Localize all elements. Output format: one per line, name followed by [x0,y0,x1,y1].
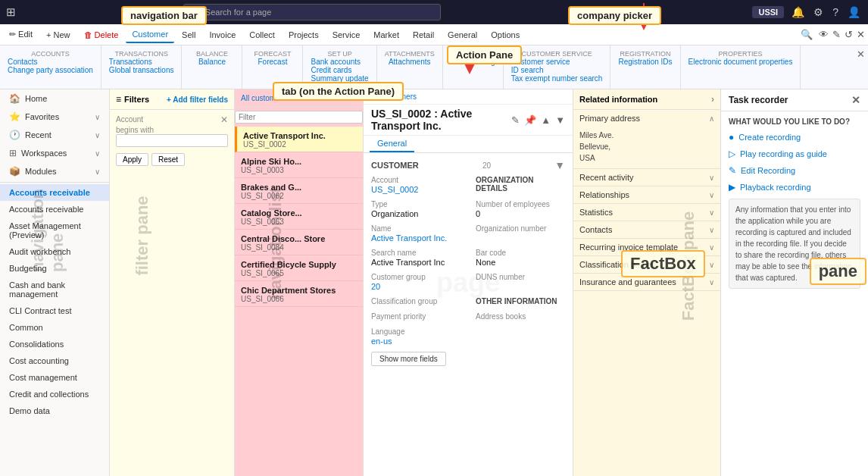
ap-send-catalog-link[interactable]: Send catalog [451,58,495,66]
menu-general[interactable]: General [442,27,483,42]
menu-options[interactable]: Options [485,27,526,42]
menu-new[interactable]: + New [40,27,76,42]
nav-list-item-4[interactable]: Central Disco... Store US_SI_0084 [235,230,363,255]
ap-change-party-link[interactable]: Change party association [8,66,93,74]
nav-list-item-0[interactable]: Active Transport Inc. US_SI_0002 [235,127,363,152]
factbox-insurance-header[interactable]: Insurance and guarantees ∨ [573,274,720,290]
page-pin-icon[interactable]: 📌 [524,114,536,126]
nav-item-audit-workbench[interactable]: Audit workbench [0,243,109,260]
nav-item-cash-bank[interactable]: Cash and bank management [0,277,109,302]
tr-edit-recording-link[interactable]: ✎ Edit Recording [729,165,860,176]
menu-collect[interactable]: Collect [243,27,281,42]
factbox-expand-icon[interactable]: › [711,94,714,105]
ap-balance-link[interactable]: Balance [198,58,226,66]
ap-global-tx-link[interactable]: Global transactions [109,66,174,74]
waffle-icon[interactable]: ⊞ [6,5,16,19]
edit2-icon[interactable]: ✎ [832,29,841,40]
menu-projects[interactable]: Projects [283,27,325,42]
ap-attachments-link[interactable]: Attachments [389,58,431,66]
nav-item-cost-accounting[interactable]: Cost accounting [0,352,109,369]
tr-create-recording-link[interactable]: ● Create recording [729,132,860,142]
user-icon[interactable]: 👤 [846,5,862,20]
page-up-icon[interactable]: ▲ [541,114,551,126]
ap-transactions-link[interactable]: Transactions [109,58,174,66]
nav-item-cost-management[interactable]: Cost management [0,369,109,386]
nav-list-item-2[interactable]: Brakes and G... US_SI_0062 [235,178,363,204]
search-bar[interactable]: 🔍 Search for a page [183,4,441,20]
nav-item-budgeting[interactable]: Budgeting [0,260,109,277]
name-value[interactable]: Active Transport Inc. [371,233,461,243]
nav-item-consolidations[interactable]: Consolidations [0,336,109,352]
factbox-recent-activity-header[interactable]: Recent activity ∨ [573,169,720,186]
nav-item-asset-management[interactable]: Asset Management (Preview) [0,218,109,243]
nav-item-workspaces[interactable]: ⊞Workspaces∨ [0,144,109,162]
ap-summary-update-link[interactable]: Summary update [311,74,368,83]
tr-playback-link[interactable]: ▶ Playback recording [729,182,860,193]
factbox-primary-address-header[interactable]: Primary address ∧ [573,110,720,127]
account-value[interactable]: US_SI_0002 [371,185,461,194]
filter-close-icon[interactable]: ✕ [220,114,228,125]
settings-icon[interactable]: ⚙ [812,5,825,20]
factbox-recurring-invoice-header[interactable]: Recurring invoice template ∨ [573,239,720,255]
all-customers-breadcrumb[interactable]: All customers [241,94,286,102]
notification-icon[interactable]: 🔔 [790,5,806,20]
nav-item-demo-data[interactable]: Demo data [0,402,109,419]
filter-apply-button[interactable]: Apply [116,153,148,166]
nav-list-item-5[interactable]: Certified Bicycle Supply US_SI_0065 [235,255,363,281]
nav-item-cli-contract[interactable]: CLI Contract test [0,302,109,319]
nav-list-filter-input[interactable] [235,111,363,124]
nav-item-accounts-receivable-2[interactable]: Accounts receivable [0,201,109,218]
ap-credit-cards-link[interactable]: Credit cards [311,66,368,74]
nav-item-recent[interactable]: 🕐Recent∨ [0,126,109,144]
ap-electronic-docs-link[interactable]: Electronic document properties [688,58,793,66]
nav-list-item-1[interactable]: Alpine Ski Ho... US_SI_0003 [235,152,363,178]
page-breadcrumb[interactable]: All customers [364,89,573,105]
ap-forecast-link[interactable]: Forecast [258,58,288,66]
ap-customer-service-link[interactable]: Customer service [511,58,603,66]
show-more-fields-button[interactable]: Show more fields [371,352,446,366]
menu-invoice[interactable]: Invoice [203,27,242,42]
ap-registration-ids-link[interactable]: Registration IDs [618,58,672,66]
filter-reset-button[interactable]: Reset [151,153,185,166]
nav-item-common[interactable]: Common [0,319,109,336]
menu-sell[interactable]: Sell [176,27,201,42]
eye-icon[interactable]: 👁 [819,29,829,40]
tr-play-guide-link[interactable]: ▷ Play recording as guide [729,149,860,159]
ap-contacts-link[interactable]: Contacts [8,58,93,66]
menu-customer[interactable]: Customer [126,27,174,43]
customer-group-value[interactable]: 20 [371,282,461,291]
menu-edit[interactable]: ✏ Edit [3,27,39,42]
menu-service[interactable]: Service [326,27,367,42]
page-edit-icon[interactable]: ✎ [511,114,520,126]
language-value[interactable]: en-us [371,337,461,346]
help-icon[interactable]: ? [831,5,840,20]
factbox-relationships-header[interactable]: Relationships ∨ [573,186,720,203]
ap-id-search-link[interactable]: ID search [511,66,603,74]
menu-market[interactable]: Market [367,27,405,42]
menu-retail[interactable]: Retail [407,27,440,42]
nav-list-item-6[interactable]: Chic Department Stores US_SI_0066 [235,281,363,307]
filter-account-input[interactable] [116,134,228,147]
task-recorder-close-button[interactable]: ✕ [851,94,860,106]
factbox-statistics-header[interactable]: Statistics ∨ [573,204,720,221]
tab-general[interactable]: General [370,136,414,152]
nav-item-accounts-receivable[interactable]: Accounts receivable [0,184,109,201]
menu-delete[interactable]: 🗑 Delete [78,27,125,42]
nav-item-modules[interactable]: 📦Modules∨ [0,162,109,180]
company-picker[interactable]: USSI [752,6,784,18]
close-toolbar-icon[interactable]: ✕ [857,29,865,40]
menu-search-icon[interactable]: 🔍 [801,29,813,40]
ap-bank-accounts-link[interactable]: Bank accounts [311,58,368,66]
page-down-icon[interactable]: ▼ [555,114,565,126]
factbox-contacts-header[interactable]: Contacts ∨ [573,221,720,238]
section-collapse-icon[interactable]: ▼ [554,159,565,171]
ap-tax-exempt-link[interactable]: Tax exempt number search [511,74,603,83]
refresh-icon[interactable]: ↺ [845,29,853,40]
nav-item-favorites[interactable]: ⭐Favorites∨ [0,108,109,126]
nav-item-home[interactable]: 🏠Home [0,89,109,108]
nav-item-credit-collections[interactable]: Credit and collections [0,386,109,402]
nav-list-item-3[interactable]: Catalog Store... US_SI_0063 [235,204,363,230]
filter-add-button[interactable]: + Add filter fields [167,96,228,104]
factbox-classification-header[interactable]: Classification b...ces ∨ [573,256,720,273]
action-pane-close-icon[interactable]: ✕ [857,49,865,60]
